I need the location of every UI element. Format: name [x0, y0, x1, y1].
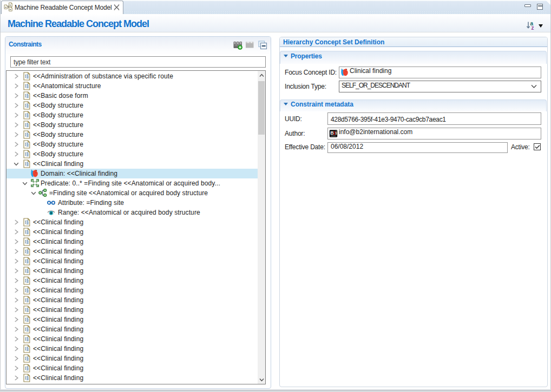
svg-text:z: z	[531, 25, 534, 30]
svg-text:i: i	[336, 130, 337, 136]
